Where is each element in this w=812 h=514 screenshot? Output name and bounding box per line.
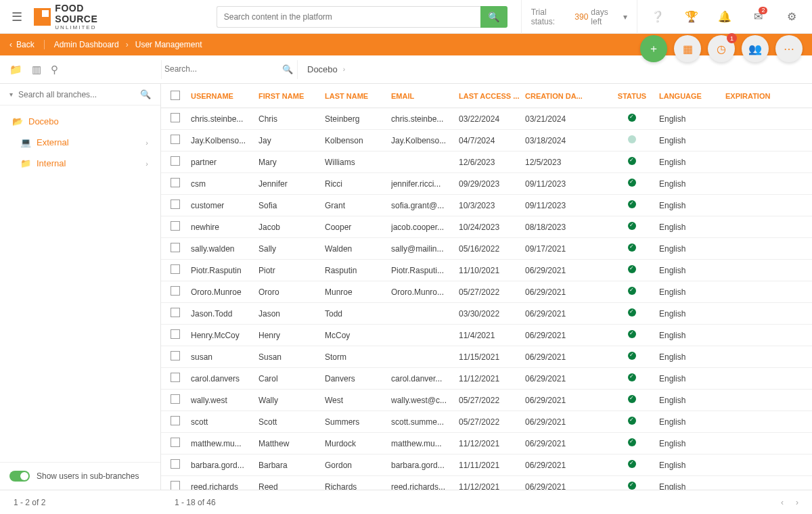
table-row[interactable]: barbara.gord...BarbaraGordonbarbara.gord… xyxy=(161,454,812,476)
row-checkbox[interactable] xyxy=(171,113,180,122)
global-search-input[interactable] xyxy=(217,6,480,28)
cell-lastname: Munroe xyxy=(325,287,391,297)
cell-lastaccess: 11/10/2021 xyxy=(459,266,525,275)
back-button[interactable]: ‹ Back xyxy=(9,40,45,49)
table-row[interactable]: partnerMaryWilliams12/6/202312/5/2023Eng… xyxy=(161,151,812,173)
cell-email: sally@mailin... xyxy=(391,244,459,254)
row-checkbox[interactable] xyxy=(171,481,180,490)
subbranch-toggle-row: Show users in sub-branches xyxy=(0,462,160,490)
filter-icon[interactable]: ⚲ xyxy=(51,64,58,76)
table-header-row: USERNAME FIRST NAME LAST NAME EMAIL LAST… xyxy=(161,84,812,108)
branch-path-label[interactable]: Docebo xyxy=(307,64,338,74)
ellipsis-icon: ⋯ xyxy=(784,43,794,55)
date-button[interactable]: ▦ xyxy=(674,35,701,62)
table-row[interactable]: csmJenniferRiccijennifer.ricci...09/29/2… xyxy=(161,173,812,195)
folder-open-icon: 📂 xyxy=(12,116,22,126)
row-checkbox[interactable] xyxy=(171,286,180,296)
row-checkbox[interactable] xyxy=(171,221,180,231)
help-icon[interactable]: ❔ xyxy=(644,0,671,34)
cell-lastname: McCoy xyxy=(325,331,391,340)
add-button[interactable]: ＋ xyxy=(640,35,667,62)
row-checkbox[interactable] xyxy=(171,351,180,360)
history-button[interactable]: ◷1 xyxy=(708,35,735,62)
table-row[interactable]: Jason.ToddJasonTodd03/30/202206/29/2021E… xyxy=(161,303,812,325)
col-expiration[interactable]: EXPIRATION xyxy=(725,92,786,100)
row-checkbox[interactable] xyxy=(171,394,180,404)
table-row[interactable]: reed.richardsReedRichardsreed.richards..… xyxy=(161,476,812,490)
trial-status[interactable]: Trial status: 390 days left ▾ xyxy=(521,0,638,34)
cell-username: carol.danvers xyxy=(191,374,258,383)
brand-logo[interactable]: FOOD SOURCE UNLIMITED xyxy=(34,3,129,30)
next-page-button[interactable]: › xyxy=(796,498,798,507)
cell-language: English xyxy=(659,309,725,319)
table-row[interactable]: chris.steinbe...ChrisSteinbergchris.stei… xyxy=(161,108,812,130)
row-checkbox[interactable] xyxy=(171,373,180,382)
crumb-admin[interactable]: Admin Dashboard xyxy=(54,40,119,49)
col-email[interactable]: EMAIL xyxy=(391,92,459,100)
select-all-checkbox[interactable] xyxy=(171,91,180,100)
gear-icon[interactable]: ⚙ xyxy=(778,0,805,34)
table-row[interactable]: sally.waldenSallyWaldensally@mailin...05… xyxy=(161,238,812,260)
folder-view-icon[interactable]: 📁 xyxy=(9,64,22,76)
col-status[interactable]: STATUS xyxy=(605,92,659,100)
cell-lastaccess: 11/12/2021 xyxy=(459,482,525,490)
table-row[interactable]: matthew.mu...MatthewMurdockmatthew.mu...… xyxy=(161,433,812,454)
table-row[interactable]: susanSusanStorm11/15/202106/29/2021Engli… xyxy=(161,346,812,368)
global-search-button[interactable]: 🔍 xyxy=(480,6,508,28)
col-creation[interactable]: CREATION DA... xyxy=(525,92,605,100)
table-row[interactable]: Henry.McCoyHenryMcCoy11/4/202106/29/2021… xyxy=(161,325,812,346)
cell-lastaccess: 11/4/2021 xyxy=(459,331,525,340)
prev-page-button[interactable]: ‹ xyxy=(781,498,784,507)
column-view-icon[interactable]: ▥ xyxy=(32,64,41,76)
users-button[interactable]: 👥 xyxy=(742,35,769,62)
local-search-input[interactable] xyxy=(162,60,297,79)
cell-status xyxy=(605,135,659,145)
messages-icon[interactable]: ✉2 xyxy=(745,0,772,34)
col-firstname[interactable]: FIRST NAME xyxy=(258,92,325,100)
row-checkbox[interactable] xyxy=(171,178,180,187)
table-row[interactable]: Jay.Kolbenso...JayKolbensonJay.Kolbenso.… xyxy=(161,130,812,151)
table-row[interactable]: scottScottSummersscott.summe...05/27/202… xyxy=(161,411,812,433)
row-checkbox[interactable] xyxy=(171,459,180,469)
subbranch-toggle[interactable] xyxy=(9,471,30,482)
cell-email: reed.richards... xyxy=(391,482,459,490)
table-row[interactable]: Piotr.RasputinPiotrRasputinPiotr.Rasputi… xyxy=(161,260,812,281)
table-row[interactable]: carol.danversCarolDanverscarol.danver...… xyxy=(161,368,812,390)
col-username[interactable]: USERNAME xyxy=(191,92,258,100)
row-checkbox[interactable] xyxy=(171,135,180,144)
row-checkbox[interactable] xyxy=(171,264,180,274)
table-row[interactable]: wally.westWallyWestwally.west@c...05/27/… xyxy=(161,390,812,411)
tree-node-label: External xyxy=(37,137,69,147)
row-checkbox[interactable] xyxy=(171,308,180,317)
cell-firstname: Carol xyxy=(258,374,325,383)
row-checkbox[interactable] xyxy=(171,329,180,339)
chevron-down-icon[interactable]: ▾ xyxy=(9,91,13,98)
row-checkbox[interactable] xyxy=(171,200,180,209)
tree-node[interactable]: 💻External› xyxy=(0,132,160,153)
row-checkbox[interactable] xyxy=(171,438,180,447)
tree-node[interactable]: 📁Internal› xyxy=(0,153,160,174)
cell-creation: 03/18/2024 xyxy=(525,136,605,145)
table-row[interactable]: customerSofiaGrantsofia.grant@...10/3/20… xyxy=(161,195,812,216)
status-dot-icon xyxy=(628,482,636,490)
status-dot-icon xyxy=(628,135,636,143)
tree-node-root[interactable]: 📂 Docebo xyxy=(0,111,160,132)
trophy-icon[interactable]: 🏆 xyxy=(678,0,705,34)
row-checkbox[interactable] xyxy=(171,156,180,166)
search-icon[interactable]: 🔍 xyxy=(282,64,293,74)
more-button[interactable]: ⋯ xyxy=(775,35,803,62)
col-language[interactable]: LANGUAGE xyxy=(659,92,725,100)
cell-firstname: Jason xyxy=(258,309,325,319)
table-row[interactable]: Ororo.MunroeOroroMunroeOroro.Munro...05/… xyxy=(161,281,812,303)
row-checkbox[interactable] xyxy=(171,416,180,425)
table-row[interactable]: newhireJacobCooperjacob.cooper...10/24/2… xyxy=(161,216,812,238)
col-lastname[interactable]: LAST NAME xyxy=(325,92,391,100)
crumb-usermgmt[interactable]: User Management xyxy=(135,40,202,49)
sidebar: ▾ 🔍 📂 Docebo 💻External›📁Internal› Show u… xyxy=(0,84,161,490)
hamburger-menu-icon[interactable]: ☰ xyxy=(7,9,27,24)
row-checkbox[interactable] xyxy=(171,243,180,252)
bell-icon[interactable]: 🔔 xyxy=(711,0,738,34)
search-icon[interactable]: 🔍 xyxy=(140,89,151,99)
branch-search-input[interactable] xyxy=(18,90,135,99)
col-lastaccess[interactable]: LAST ACCESS ... xyxy=(459,92,525,100)
